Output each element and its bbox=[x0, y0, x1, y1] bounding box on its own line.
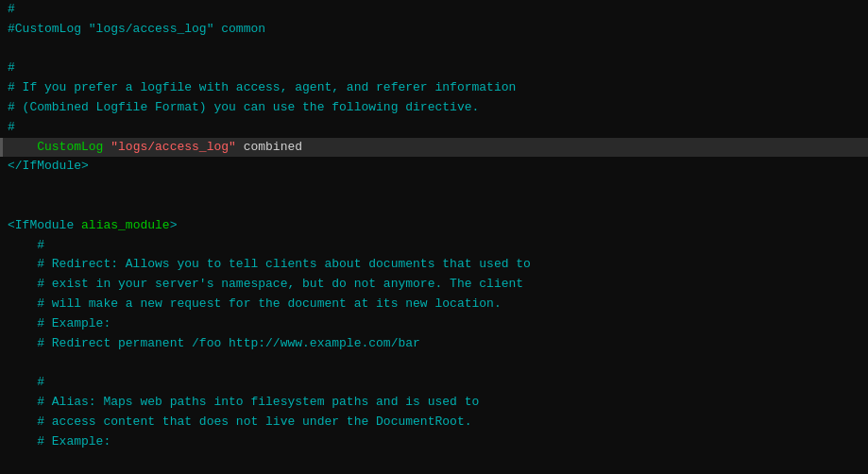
code-line bbox=[0, 177, 868, 196]
code-line: # exist in your server's namespace, but … bbox=[0, 275, 868, 295]
code-token-comment: #CustomLog "logs/access_log" common bbox=[8, 20, 265, 40]
code-token-tag: </IfModule> bbox=[8, 157, 89, 177]
code-token-directive: CustomLog bbox=[8, 138, 103, 158]
code-token-plain bbox=[103, 138, 111, 158]
code-line: # Example: bbox=[0, 314, 868, 334]
code-token-comment: # bbox=[8, 0, 15, 20]
code-token-comment: # bbox=[8, 59, 15, 78]
code-token-comment: # bbox=[8, 236, 44, 256]
code-line: # will make a new request for the docume… bbox=[0, 295, 868, 314]
code-token-comment: # bbox=[8, 373, 44, 393]
code-token-tag: <IfModule bbox=[8, 216, 74, 236]
code-line bbox=[0, 196, 868, 216]
code-line bbox=[0, 353, 868, 373]
code-token-comment: # Alias: Maps web paths into filesystem … bbox=[8, 393, 479, 413]
code-token-plain bbox=[74, 216, 81, 236]
code-token-string: "logs/access_log" bbox=[111, 138, 236, 158]
code-line: # bbox=[0, 118, 868, 138]
code-line: # Alias: Maps web paths into filesystem … bbox=[0, 393, 868, 413]
code-viewer: ##CustomLog "logs/access_log" common ## … bbox=[0, 0, 868, 474]
code-token-comment: # Example: bbox=[8, 432, 111, 452]
code-token-plain: combined bbox=[236, 138, 302, 158]
code-line: #CustomLog "logs/access_log" common bbox=[0, 20, 868, 40]
code-line: # (Combined Logfile Format) you can use … bbox=[0, 98, 868, 118]
code-token-comment: # Example: bbox=[8, 314, 111, 334]
code-token-keyword: alias_module bbox=[81, 216, 170, 236]
code-line: # Example: bbox=[0, 432, 868, 452]
code-line: <IfModule alias_module> bbox=[0, 216, 868, 236]
code-token-comment: # exist in your server's namespace, but … bbox=[8, 275, 523, 295]
code-line: # bbox=[0, 59, 868, 78]
code-line bbox=[0, 40, 868, 59]
code-line: # If you prefer a logfile with access, a… bbox=[0, 78, 868, 98]
code-line: CustomLog "logs/access_log" combined bbox=[0, 138, 868, 158]
code-line: # Redirect: Allows you to tell clients a… bbox=[0, 255, 868, 275]
code-token-comment: # (Combined Logfile Format) you can use … bbox=[8, 98, 479, 118]
code-line: # access content that does not live unde… bbox=[0, 413, 868, 432]
code-line: </IfModule> bbox=[0, 157, 868, 177]
code-token-comment: # Redirect permanent /foo http://www.exa… bbox=[8, 334, 420, 354]
code-token-comment: # bbox=[8, 118, 15, 138]
code-token-comment: # Redirect: Allows you to tell clients a… bbox=[8, 255, 531, 275]
code-token-comment: # will make a new request for the docume… bbox=[8, 295, 502, 314]
code-line: # Redirect permanent /foo http://www.exa… bbox=[0, 334, 868, 354]
code-line: # bbox=[0, 373, 868, 393]
code-token-tag: > bbox=[170, 216, 178, 236]
code-token-comment: # access content that does not live unde… bbox=[8, 413, 471, 432]
code-line: # bbox=[0, 236, 868, 256]
code-token-comment: # If you prefer a logfile with access, a… bbox=[8, 78, 516, 98]
code-line: # bbox=[0, 0, 868, 20]
